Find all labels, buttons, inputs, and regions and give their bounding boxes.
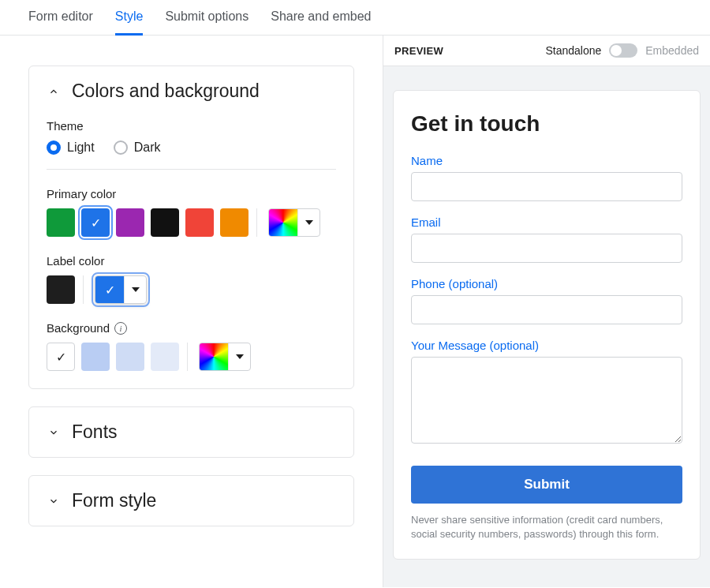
svg-marker-2 <box>236 354 244 359</box>
separator <box>83 275 84 304</box>
color-swatch-purple[interactable] <box>116 208 144 237</box>
theme-radio-group: Light Dark <box>47 140 336 155</box>
primary-custom-color-picker[interactable] <box>268 208 320 237</box>
field-phone: Phone (optional) <box>411 277 682 324</box>
label-color-label: Label color <box>47 254 336 268</box>
field-email: Email <box>411 215 682 263</box>
field-label: Name <box>411 154 682 167</box>
caret-down-icon <box>297 209 320 236</box>
svg-marker-0 <box>305 220 313 225</box>
rainbow-icon <box>269 209 297 236</box>
separator <box>187 343 188 371</box>
background-label: Background i <box>47 321 336 335</box>
bg-swatch-white[interactable]: ✓ <box>47 343 75 371</box>
chevron-down-icon <box>47 494 61 508</box>
style-settings-column: Colors and background Theme Light Dark P… <box>0 36 383 587</box>
field-label: Your Message (optional) <box>411 339 682 352</box>
preview-mode-toggle-group: Standalone Embedded <box>545 43 699 58</box>
primary-color-label: Primary color <box>47 187 336 200</box>
preview-label: PREVIEW <box>394 45 443 57</box>
theme-label: Theme <box>47 119 336 133</box>
tab-style[interactable]: Style <box>115 9 144 36</box>
tab-share-embed[interactable]: Share and embed <box>271 9 371 35</box>
color-swatch-red[interactable] <box>185 208 214 237</box>
info-icon[interactable]: i <box>114 322 127 335</box>
color-swatch-black[interactable] <box>47 275 75 304</box>
editor-tabs: Form editor Style Submit options Share a… <box>0 0 710 36</box>
color-swatch-blue[interactable]: ✓ <box>81 208 110 237</box>
panel-colors-background: Colors and background Theme Light Dark P… <box>28 66 354 389</box>
bg-swatch-blue-1[interactable] <box>81 343 110 371</box>
preview-mode-embedded[interactable]: Embedded <box>645 44 699 57</box>
panel-fonts-header[interactable]: Fonts <box>29 407 353 457</box>
panel-form-style: Form style <box>28 475 354 526</box>
svg-marker-1 <box>132 287 140 292</box>
field-message: Your Message (optional) <box>411 339 682 447</box>
field-label: Phone (optional) <box>411 277 682 290</box>
label-custom-color-picker[interactable]: ✓ <box>95 275 147 304</box>
color-swatch-orange[interactable] <box>220 208 248 237</box>
message-textarea[interactable] <box>411 357 682 444</box>
panel-title: Colors and background <box>72 81 260 102</box>
radio-label: Dark <box>134 140 161 155</box>
chevron-up-icon <box>47 84 61 99</box>
preview-mode-toggle[interactable] <box>609 43 637 58</box>
background-custom-color-picker[interactable] <box>199 343 251 371</box>
preview-mode-standalone[interactable]: Standalone <box>545 44 601 57</box>
caret-down-icon <box>124 276 146 303</box>
radio-icon <box>114 140 128 155</box>
check-icon: ✓ <box>105 283 115 298</box>
bg-swatch-blue-2[interactable] <box>116 343 144 371</box>
field-name: Name <box>411 154 682 201</box>
background-swatches: ✓ <box>47 343 336 371</box>
check-icon: ✓ <box>91 215 101 230</box>
email-input[interactable] <box>411 234 682 263</box>
panel-form-style-header[interactable]: Form style <box>29 476 353 526</box>
panel-colors-background-header[interactable]: Colors and background <box>29 66 353 116</box>
preview-canvas: Get in touch Name Email Phone (optional)… <box>383 66 710 587</box>
theme-radio-light[interactable]: Light <box>47 140 95 155</box>
color-swatch-black[interactable] <box>151 208 179 237</box>
submit-button[interactable]: Submit <box>411 466 682 504</box>
radio-icon <box>47 140 61 155</box>
background-label-text: Background <box>47 321 110 335</box>
separator <box>256 208 257 237</box>
theme-radio-dark[interactable]: Dark <box>114 140 161 155</box>
color-swatch-green[interactable] <box>47 208 75 237</box>
preview-bar: PREVIEW Standalone Embedded <box>383 36 710 66</box>
divider <box>47 169 336 170</box>
check-icon: ✓ <box>56 350 66 365</box>
bg-swatch-blue-3[interactable] <box>151 343 179 371</box>
chevron-down-icon <box>47 425 61 440</box>
field-label: Email <box>411 215 682 229</box>
label-color-swatches: ✓ <box>47 275 336 304</box>
primary-color-swatches: ✓ <box>47 208 336 237</box>
tab-submit-options[interactable]: Submit options <box>165 9 248 35</box>
preview-column: PREVIEW Standalone Embedded Get in touch… <box>383 36 710 587</box>
panel-title: Fonts <box>72 421 118 443</box>
tab-form-editor[interactable]: Form editor <box>28 9 93 35</box>
color-swatch-blue: ✓ <box>95 276 124 303</box>
phone-input[interactable] <box>411 295 682 324</box>
panel-fonts: Fonts <box>28 406 354 458</box>
radio-label: Light <box>67 140 95 155</box>
caret-down-icon <box>228 343 250 370</box>
panel-title: Form style <box>72 490 156 511</box>
preview-form: Get in touch Name Email Phone (optional)… <box>393 90 701 560</box>
rainbow-icon <box>200 343 228 370</box>
form-disclaimer: Never share sensitive information (credi… <box>411 513 682 541</box>
toggle-knob <box>611 45 622 56</box>
form-title: Get in touch <box>411 111 682 137</box>
name-input[interactable] <box>411 172 682 201</box>
